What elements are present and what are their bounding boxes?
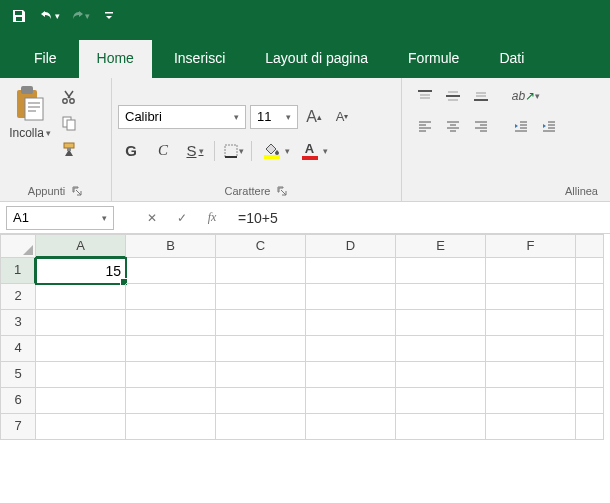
paste-button[interactable]: Incolla▾ xyxy=(6,84,54,183)
undo-button[interactable]: ▾ xyxy=(38,5,60,27)
cell[interactable] xyxy=(216,258,306,284)
cell[interactable] xyxy=(126,362,216,388)
cell[interactable] xyxy=(36,336,126,362)
cell[interactable] xyxy=(396,310,486,336)
cell[interactable] xyxy=(486,258,576,284)
align-left-button[interactable] xyxy=(414,116,436,136)
cell[interactable] xyxy=(396,414,486,440)
cell[interactable] xyxy=(306,414,396,440)
cell[interactable] xyxy=(126,414,216,440)
cell[interactable] xyxy=(216,310,306,336)
cell[interactable] xyxy=(486,310,576,336)
cell[interactable] xyxy=(306,310,396,336)
format-painter-button[interactable] xyxy=(58,138,80,160)
cell[interactable] xyxy=(216,336,306,362)
cell[interactable] xyxy=(126,388,216,414)
cell[interactable] xyxy=(36,310,126,336)
row-header[interactable]: 4 xyxy=(0,336,36,362)
cell[interactable] xyxy=(576,258,604,284)
tab-page-layout[interactable]: Layout di pagina xyxy=(247,40,386,78)
cell[interactable] xyxy=(36,284,126,310)
cell[interactable] xyxy=(576,414,604,440)
tab-data[interactable]: Dati xyxy=(481,40,542,78)
cell[interactable] xyxy=(486,336,576,362)
cell-A1[interactable]: 15 xyxy=(36,258,126,284)
shrink-font-button[interactable]: A▾ xyxy=(330,105,354,129)
tab-home[interactable]: Home xyxy=(79,40,152,78)
cell[interactable] xyxy=(396,284,486,310)
underline-button[interactable]: S▾ xyxy=(182,139,208,163)
cancel-formula-button[interactable]: ✕ xyxy=(138,206,166,230)
borders-button[interactable]: ▾ xyxy=(221,139,245,163)
cell[interactable] xyxy=(36,362,126,388)
cell[interactable] xyxy=(486,284,576,310)
row-header[interactable]: 2 xyxy=(0,284,36,310)
cell[interactable] xyxy=(126,284,216,310)
cell[interactable] xyxy=(486,414,576,440)
cell[interactable] xyxy=(216,388,306,414)
font-name-combo[interactable]: Calibri▾ xyxy=(118,105,246,129)
column-header[interactable]: D xyxy=(306,234,396,258)
dialog-launcher-icon[interactable] xyxy=(71,185,83,197)
cell[interactable] xyxy=(126,336,216,362)
align-center-button[interactable] xyxy=(442,116,464,136)
decrease-indent-button[interactable] xyxy=(510,116,532,136)
cell[interactable] xyxy=(36,414,126,440)
column-header[interactable]: F xyxy=(486,234,576,258)
cell[interactable] xyxy=(576,310,604,336)
cell[interactable] xyxy=(396,258,486,284)
name-box[interactable]: A1▾ xyxy=(6,206,114,230)
cell[interactable] xyxy=(216,362,306,388)
cell[interactable] xyxy=(576,362,604,388)
cell[interactable] xyxy=(306,336,396,362)
cell[interactable] xyxy=(216,414,306,440)
cell[interactable] xyxy=(306,362,396,388)
cell[interactable] xyxy=(576,336,604,362)
cell[interactable] xyxy=(576,284,604,310)
align-bottom-button[interactable] xyxy=(470,86,492,106)
cell[interactable] xyxy=(306,284,396,310)
font-color-button[interactable]: A ▾ xyxy=(296,139,328,163)
cell[interactable] xyxy=(216,284,306,310)
column-header[interactable]: E xyxy=(396,234,486,258)
copy-button[interactable] xyxy=(58,112,80,134)
italic-button[interactable]: C xyxy=(150,139,176,163)
row-header[interactable]: 5 xyxy=(0,362,36,388)
column-header[interactable]: A xyxy=(36,234,126,258)
insert-function-button[interactable]: fx xyxy=(198,206,226,230)
enter-formula-button[interactable]: ✓ xyxy=(168,206,196,230)
cell[interactable] xyxy=(486,362,576,388)
align-top-button[interactable] xyxy=(414,86,436,106)
dialog-launcher-icon[interactable] xyxy=(276,185,288,197)
cell[interactable] xyxy=(396,336,486,362)
tab-formulas[interactable]: Formule xyxy=(390,40,477,78)
cell[interactable] xyxy=(306,258,396,284)
align-middle-button[interactable] xyxy=(442,86,464,106)
bold-button[interactable]: G xyxy=(118,139,144,163)
save-button[interactable] xyxy=(8,5,30,27)
fill-color-button[interactable]: ▾ xyxy=(258,139,290,163)
spreadsheet-grid[interactable]: A B C D E F 1 15 2 3 4 5 6 7 xyxy=(0,234,610,440)
column-header[interactable]: B xyxy=(126,234,216,258)
row-header[interactable]: 3 xyxy=(0,310,36,336)
cell[interactable] xyxy=(126,310,216,336)
row-header[interactable]: 7 xyxy=(0,414,36,440)
font-size-combo[interactable]: 11▾ xyxy=(250,105,298,129)
cut-button[interactable] xyxy=(58,86,80,108)
align-right-button[interactable] xyxy=(470,116,492,136)
redo-button[interactable]: ▾ xyxy=(68,5,90,27)
cell[interactable] xyxy=(396,362,486,388)
orientation-button[interactable]: ab↗▾ xyxy=(510,86,542,106)
select-all-corner[interactable] xyxy=(0,234,36,258)
row-header[interactable]: 1 xyxy=(0,258,36,284)
tab-insert[interactable]: Inserisci xyxy=(156,40,243,78)
cell[interactable] xyxy=(306,388,396,414)
cell[interactable] xyxy=(396,388,486,414)
column-header[interactable]: C xyxy=(216,234,306,258)
column-header[interactable] xyxy=(576,234,604,258)
tab-file[interactable]: File xyxy=(16,40,75,78)
formula-input[interactable] xyxy=(232,206,610,230)
cell[interactable] xyxy=(36,388,126,414)
row-header[interactable]: 6 xyxy=(0,388,36,414)
cell[interactable] xyxy=(126,258,216,284)
